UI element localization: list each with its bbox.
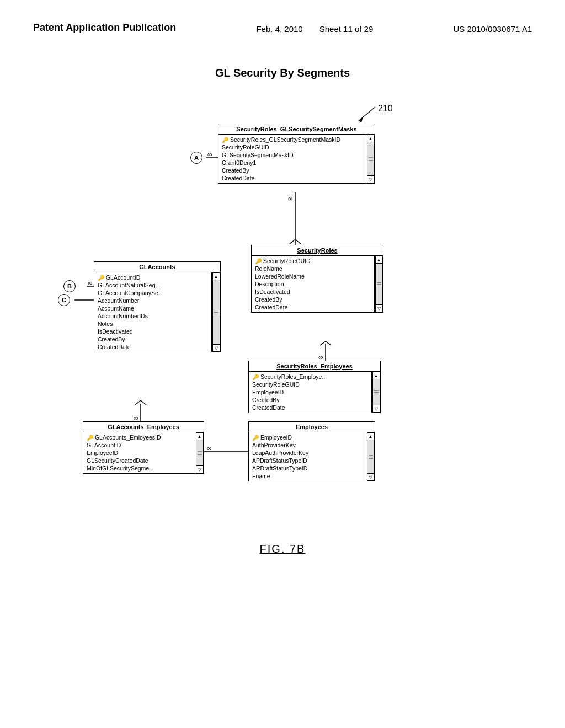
field-row: 🔑 EmployeeID bbox=[251, 433, 364, 441]
field-row: SecurityRoleGUID bbox=[221, 143, 364, 151]
field-row: GLAccountNaturalSeg... bbox=[97, 281, 209, 289]
scroll-up[interactable]: ▲ bbox=[372, 372, 380, 379]
field-row: EmployeeID bbox=[251, 388, 369, 396]
svg-text:∞: ∞ bbox=[88, 279, 93, 287]
patent-number: US 2010/0030671 A1 bbox=[453, 24, 532, 34]
field-row: CreatedDate bbox=[221, 174, 364, 182]
field-row: Fname bbox=[251, 472, 364, 480]
svg-text:∞: ∞ bbox=[134, 414, 138, 422]
field-row: CreatedDate bbox=[251, 404, 369, 411]
table-header-employees: Employees bbox=[249, 422, 375, 432]
scroll-up[interactable]: ▲ bbox=[367, 135, 375, 142]
field-row: Notes bbox=[97, 320, 209, 328]
svg-line-16 bbox=[135, 400, 141, 405]
scroll-track bbox=[367, 440, 375, 473]
circle-label-b: B bbox=[63, 280, 76, 292]
field-row: LdapAuthProviderKey bbox=[251, 449, 364, 457]
field-row: RoleName bbox=[254, 265, 372, 272]
svg-line-17 bbox=[141, 400, 146, 405]
table-fields-security-roles-employees: 🔑 SecurityRoles_Employe... SecurityRoleG… bbox=[249, 372, 371, 413]
field-row: 🔑 SecurityRoles_Employe... bbox=[251, 373, 369, 381]
table-gl-accounts-employees: GLAccounts_Employees 🔑 GLAccounts_Emloye… bbox=[83, 421, 204, 474]
table-header-gl-accounts: GLAccounts bbox=[94, 262, 220, 272]
publication-date: Feb. 4, 2010 bbox=[256, 24, 302, 34]
field-row: IsDeactivated bbox=[97, 328, 209, 335]
table-security-roles-gl: SecurityRoles_GLSecuritySegmentMasks 🔑 S… bbox=[218, 124, 375, 184]
table-security-roles-employees: SecurityRoles_Employees 🔑 SecurityRoles_… bbox=[248, 361, 381, 413]
svg-line-5 bbox=[290, 239, 295, 244]
table-fields-gl-accounts-employees: 🔑 GLAccounts_EmloyeesID GLAccountID Empl… bbox=[83, 432, 195, 473]
field-row: GLSecuritySegmentMaskID bbox=[221, 151, 364, 159]
diagram-container: 210 ∞ ∞ bbox=[33, 90, 532, 521]
field-row: SecurityRoleGUID bbox=[251, 381, 369, 388]
scroll-up[interactable]: ▲ bbox=[196, 432, 204, 440]
scroll-down[interactable]: ▽ bbox=[372, 405, 380, 413]
circle-label-a: A bbox=[190, 152, 202, 164]
svg-line-6 bbox=[295, 239, 301, 244]
svg-text:210: 210 bbox=[378, 104, 393, 113]
svg-text:∞: ∞ bbox=[288, 195, 293, 202]
table-header-security-roles-gl: SecurityRoles_GLSecuritySegmentMasks bbox=[218, 124, 375, 135]
scrollbar-gl-accounts-employees: ▲ ▽ bbox=[195, 432, 204, 473]
page-header: Patent Application Publication Feb. 4, 2… bbox=[33, 22, 532, 34]
diagram-title: GL Security By Segments bbox=[33, 67, 532, 79]
table-fields-security-roles-gl: 🔑 SecurityRoles_GLSecuritySegmentMaskID … bbox=[218, 135, 366, 183]
field-row: GLAccountID bbox=[86, 441, 193, 449]
field-row: AccountNumberIDs bbox=[97, 312, 209, 320]
field-row: LoweredRoleName bbox=[254, 272, 372, 280]
svg-line-0 bbox=[359, 107, 375, 121]
table-header-security-roles: SecurityRoles bbox=[252, 245, 383, 256]
scroll-track bbox=[196, 440, 204, 465]
scroll-up[interactable]: ▲ bbox=[212, 272, 220, 280]
scrollbar-security-roles-gl: ▲ ▽ bbox=[366, 135, 375, 183]
scroll-down[interactable]: ▽ bbox=[196, 465, 204, 473]
diagram-area: GL Security By Segments 210 ∞ bbox=[33, 67, 532, 555]
field-row: CreatedBy bbox=[254, 296, 372, 303]
table-gl-accounts: GLAccounts 🔑 GLAccountID GLAccountNatura… bbox=[94, 261, 221, 352]
figure-caption: FIG. 7B bbox=[33, 543, 532, 555]
scrollbar-security-roles: ▲ ▽ bbox=[374, 256, 383, 312]
field-row: CreatedBy bbox=[251, 396, 369, 404]
scroll-track bbox=[212, 280, 220, 344]
scroll-track bbox=[372, 379, 380, 405]
publication-title: Patent Application Publication bbox=[33, 22, 176, 34]
table-employees: Employees 🔑 EmployeeID AuthProviderKey L… bbox=[248, 421, 375, 481]
svg-line-9 bbox=[326, 341, 331, 345]
field-row: GLSecurityCreatedDate bbox=[86, 457, 193, 464]
scroll-down[interactable]: ▽ bbox=[367, 473, 375, 481]
field-row: 🔑 GLAccounts_EmloyeesID bbox=[86, 433, 193, 441]
table-header-gl-accounts-employees: GLAccounts_Employees bbox=[83, 422, 204, 432]
scroll-track bbox=[367, 142, 375, 175]
field-row: 🔑 SecurityRoleGUID bbox=[254, 257, 372, 265]
table-fields-gl-accounts: 🔑 GLAccountID GLAccountNaturalSeg... GLA… bbox=[94, 272, 211, 352]
scroll-up[interactable]: ▲ bbox=[367, 432, 375, 440]
field-row: AccountNumber bbox=[97, 297, 209, 304]
field-row: CreatedBy bbox=[97, 335, 209, 343]
field-row: IsDeactivated bbox=[254, 288, 372, 296]
page: Patent Application Publication Feb. 4, 2… bbox=[0, 0, 565, 728]
svg-text:∞: ∞ bbox=[318, 354, 323, 361]
field-row: ARDraftStatusTypeID bbox=[251, 464, 364, 472]
svg-text:∞: ∞ bbox=[207, 445, 212, 452]
svg-marker-1 bbox=[359, 117, 363, 122]
scroll-down[interactable]: ▽ bbox=[212, 344, 220, 352]
scroll-track bbox=[375, 264, 383, 304]
field-row: MinOfGLSecuritySegme... bbox=[86, 464, 193, 472]
table-header-security-roles-employees: SecurityRoles_Employees bbox=[249, 361, 380, 372]
field-row: Description bbox=[254, 280, 372, 288]
sheet-info: Sheet 11 of 29 bbox=[319, 24, 374, 34]
table-fields-security-roles: 🔑 SecurityRoleGUID RoleName LoweredRoleN… bbox=[252, 256, 374, 312]
scroll-down[interactable]: ▽ bbox=[375, 304, 383, 312]
field-row: 🔑 GLAccountID bbox=[97, 274, 209, 281]
field-row: AccountName bbox=[97, 304, 209, 312]
field-row: CreatedDate bbox=[254, 303, 372, 311]
scroll-up[interactable]: ▲ bbox=[375, 256, 383, 264]
field-row: EmployeeID bbox=[86, 449, 193, 457]
scroll-down[interactable]: ▽ bbox=[367, 175, 375, 183]
svg-line-8 bbox=[320, 341, 326, 345]
table-security-roles: SecurityRoles 🔑 SecurityRoleGUID RoleNam… bbox=[251, 245, 383, 313]
circle-label-c: C bbox=[58, 294, 70, 306]
svg-text:∞: ∞ bbox=[207, 151, 212, 158]
field-row: Grant0Deny1 bbox=[221, 159, 364, 167]
field-row: CreatedDate bbox=[97, 343, 209, 351]
